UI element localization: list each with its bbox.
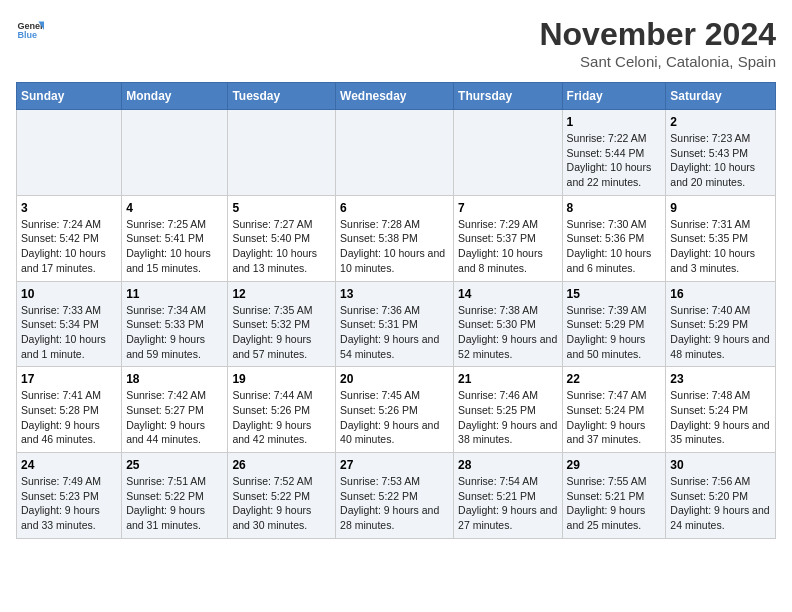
calendar-cell: 26Sunrise: 7:52 AM Sunset: 5:22 PM Dayli…	[228, 453, 336, 539]
calendar-cell: 18Sunrise: 7:42 AM Sunset: 5:27 PM Dayli…	[122, 367, 228, 453]
calendar-row: 17Sunrise: 7:41 AM Sunset: 5:28 PM Dayli…	[17, 367, 776, 453]
day-number: 26	[232, 458, 331, 472]
calendar-cell: 13Sunrise: 7:36 AM Sunset: 5:31 PM Dayli…	[336, 281, 454, 367]
calendar-cell: 27Sunrise: 7:53 AM Sunset: 5:22 PM Dayli…	[336, 453, 454, 539]
day-info: Sunrise: 7:41 AM Sunset: 5:28 PM Dayligh…	[21, 388, 117, 447]
calendar-table: SundayMondayTuesdayWednesdayThursdayFrid…	[16, 82, 776, 539]
calendar-cell: 7Sunrise: 7:29 AM Sunset: 5:37 PM Daylig…	[454, 195, 563, 281]
calendar-cell: 29Sunrise: 7:55 AM Sunset: 5:21 PM Dayli…	[562, 453, 666, 539]
header-cell-wednesday: Wednesday	[336, 83, 454, 110]
day-info: Sunrise: 7:31 AM Sunset: 5:35 PM Dayligh…	[670, 217, 771, 276]
calendar-cell: 23Sunrise: 7:48 AM Sunset: 5:24 PM Dayli…	[666, 367, 776, 453]
day-number: 6	[340, 201, 449, 215]
calendar-cell: 19Sunrise: 7:44 AM Sunset: 5:26 PM Dayli…	[228, 367, 336, 453]
day-number: 10	[21, 287, 117, 301]
calendar-cell: 8Sunrise: 7:30 AM Sunset: 5:36 PM Daylig…	[562, 195, 666, 281]
calendar-cell: 22Sunrise: 7:47 AM Sunset: 5:24 PM Dayli…	[562, 367, 666, 453]
calendar-cell: 4Sunrise: 7:25 AM Sunset: 5:41 PM Daylig…	[122, 195, 228, 281]
day-number: 5	[232, 201, 331, 215]
calendar-row: 24Sunrise: 7:49 AM Sunset: 5:23 PM Dayli…	[17, 453, 776, 539]
day-info: Sunrise: 7:51 AM Sunset: 5:22 PM Dayligh…	[126, 474, 223, 533]
logo-icon: General Blue	[16, 16, 44, 44]
day-info: Sunrise: 7:35 AM Sunset: 5:32 PM Dayligh…	[232, 303, 331, 362]
header-cell-tuesday: Tuesday	[228, 83, 336, 110]
day-number: 30	[670, 458, 771, 472]
calendar-cell: 14Sunrise: 7:38 AM Sunset: 5:30 PM Dayli…	[454, 281, 563, 367]
calendar-cell: 9Sunrise: 7:31 AM Sunset: 5:35 PM Daylig…	[666, 195, 776, 281]
calendar-cell: 15Sunrise: 7:39 AM Sunset: 5:29 PM Dayli…	[562, 281, 666, 367]
day-info: Sunrise: 7:39 AM Sunset: 5:29 PM Dayligh…	[567, 303, 662, 362]
calendar-cell: 16Sunrise: 7:40 AM Sunset: 5:29 PM Dayli…	[666, 281, 776, 367]
day-number: 13	[340, 287, 449, 301]
day-info: Sunrise: 7:55 AM Sunset: 5:21 PM Dayligh…	[567, 474, 662, 533]
day-number: 16	[670, 287, 771, 301]
calendar-cell	[17, 110, 122, 196]
header-cell-saturday: Saturday	[666, 83, 776, 110]
day-number: 14	[458, 287, 558, 301]
calendar-cell: 12Sunrise: 7:35 AM Sunset: 5:32 PM Dayli…	[228, 281, 336, 367]
subtitle: Sant Celoni, Catalonia, Spain	[539, 53, 776, 70]
day-number: 18	[126, 372, 223, 386]
day-info: Sunrise: 7:52 AM Sunset: 5:22 PM Dayligh…	[232, 474, 331, 533]
header-cell-monday: Monday	[122, 83, 228, 110]
day-number: 28	[458, 458, 558, 472]
day-info: Sunrise: 7:44 AM Sunset: 5:26 PM Dayligh…	[232, 388, 331, 447]
day-info: Sunrise: 7:48 AM Sunset: 5:24 PM Dayligh…	[670, 388, 771, 447]
day-info: Sunrise: 7:45 AM Sunset: 5:26 PM Dayligh…	[340, 388, 449, 447]
header-cell-friday: Friday	[562, 83, 666, 110]
day-number: 12	[232, 287, 331, 301]
day-number: 23	[670, 372, 771, 386]
day-number: 9	[670, 201, 771, 215]
calendar-row: 1Sunrise: 7:22 AM Sunset: 5:44 PM Daylig…	[17, 110, 776, 196]
day-number: 27	[340, 458, 449, 472]
calendar-cell: 20Sunrise: 7:45 AM Sunset: 5:26 PM Dayli…	[336, 367, 454, 453]
day-number: 20	[340, 372, 449, 386]
day-number: 4	[126, 201, 223, 215]
day-number: 24	[21, 458, 117, 472]
calendar-cell: 30Sunrise: 7:56 AM Sunset: 5:20 PM Dayli…	[666, 453, 776, 539]
day-info: Sunrise: 7:22 AM Sunset: 5:44 PM Dayligh…	[567, 131, 662, 190]
calendar-cell: 21Sunrise: 7:46 AM Sunset: 5:25 PM Dayli…	[454, 367, 563, 453]
day-info: Sunrise: 7:38 AM Sunset: 5:30 PM Dayligh…	[458, 303, 558, 362]
calendar-cell: 5Sunrise: 7:27 AM Sunset: 5:40 PM Daylig…	[228, 195, 336, 281]
header: General Blue November 2024 Sant Celoni, …	[16, 16, 776, 70]
day-number: 17	[21, 372, 117, 386]
calendar-cell: 3Sunrise: 7:24 AM Sunset: 5:42 PM Daylig…	[17, 195, 122, 281]
day-number: 22	[567, 372, 662, 386]
day-info: Sunrise: 7:40 AM Sunset: 5:29 PM Dayligh…	[670, 303, 771, 362]
day-info: Sunrise: 7:30 AM Sunset: 5:36 PM Dayligh…	[567, 217, 662, 276]
calendar-cell: 10Sunrise: 7:33 AM Sunset: 5:34 PM Dayli…	[17, 281, 122, 367]
calendar-cell	[336, 110, 454, 196]
calendar-cell: 25Sunrise: 7:51 AM Sunset: 5:22 PM Dayli…	[122, 453, 228, 539]
day-info: Sunrise: 7:53 AM Sunset: 5:22 PM Dayligh…	[340, 474, 449, 533]
svg-text:Blue: Blue	[17, 30, 37, 40]
day-number: 2	[670, 115, 771, 129]
calendar-header: SundayMondayTuesdayWednesdayThursdayFrid…	[17, 83, 776, 110]
day-number: 29	[567, 458, 662, 472]
day-info: Sunrise: 7:54 AM Sunset: 5:21 PM Dayligh…	[458, 474, 558, 533]
day-info: Sunrise: 7:23 AM Sunset: 5:43 PM Dayligh…	[670, 131, 771, 190]
day-info: Sunrise: 7:25 AM Sunset: 5:41 PM Dayligh…	[126, 217, 223, 276]
day-info: Sunrise: 7:56 AM Sunset: 5:20 PM Dayligh…	[670, 474, 771, 533]
calendar-cell: 28Sunrise: 7:54 AM Sunset: 5:21 PM Dayli…	[454, 453, 563, 539]
calendar-cell	[228, 110, 336, 196]
header-cell-thursday: Thursday	[454, 83, 563, 110]
day-info: Sunrise: 7:49 AM Sunset: 5:23 PM Dayligh…	[21, 474, 117, 533]
day-number: 3	[21, 201, 117, 215]
day-info: Sunrise: 7:28 AM Sunset: 5:38 PM Dayligh…	[340, 217, 449, 276]
day-number: 15	[567, 287, 662, 301]
calendar-cell: 17Sunrise: 7:41 AM Sunset: 5:28 PM Dayli…	[17, 367, 122, 453]
calendar-cell: 2Sunrise: 7:23 AM Sunset: 5:43 PM Daylig…	[666, 110, 776, 196]
header-cell-sunday: Sunday	[17, 83, 122, 110]
day-number: 1	[567, 115, 662, 129]
day-number: 19	[232, 372, 331, 386]
day-number: 21	[458, 372, 558, 386]
calendar-cell	[454, 110, 563, 196]
day-info: Sunrise: 7:46 AM Sunset: 5:25 PM Dayligh…	[458, 388, 558, 447]
logo: General Blue	[16, 16, 44, 44]
day-info: Sunrise: 7:33 AM Sunset: 5:34 PM Dayligh…	[21, 303, 117, 362]
day-info: Sunrise: 7:29 AM Sunset: 5:37 PM Dayligh…	[458, 217, 558, 276]
header-row: SundayMondayTuesdayWednesdayThursdayFrid…	[17, 83, 776, 110]
day-info: Sunrise: 7:42 AM Sunset: 5:27 PM Dayligh…	[126, 388, 223, 447]
day-info: Sunrise: 7:27 AM Sunset: 5:40 PM Dayligh…	[232, 217, 331, 276]
